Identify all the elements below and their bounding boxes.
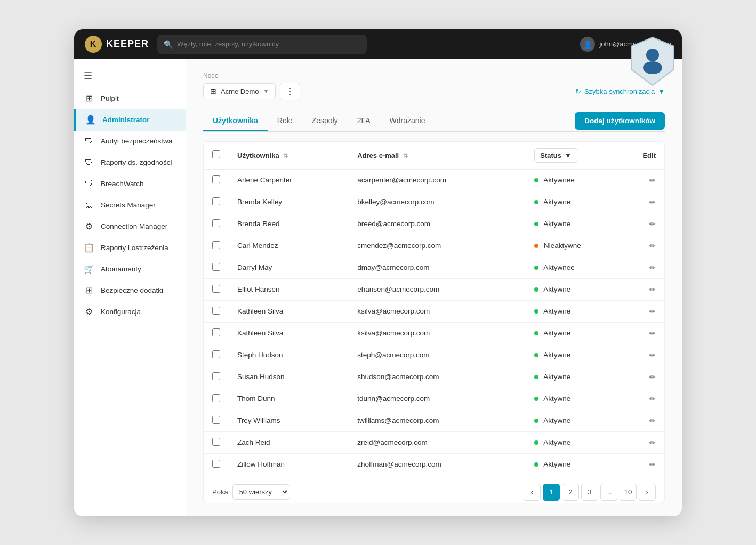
cell-status: Aktywne bbox=[526, 453, 632, 475]
sidebar-item-secrets[interactable]: 🗂 Secrets Manager bbox=[74, 195, 186, 216]
table-row: Thom Dunn tdunn@acmecorp.com Aktywne ✏ bbox=[204, 388, 664, 410]
edit-icon[interactable]: ✏ bbox=[649, 263, 656, 272]
tab-zespoly[interactable]: Zespoły bbox=[302, 111, 348, 131]
edit-icon[interactable]: ✏ bbox=[649, 176, 656, 185]
row-checkbox-13[interactable] bbox=[212, 460, 220, 468]
sidebar-item-label: Administrator bbox=[102, 116, 150, 124]
administrator-icon: 👤 bbox=[85, 115, 96, 125]
cell-email: steph@acmecorp.com bbox=[349, 344, 526, 366]
sidebar-item-bezpieczne[interactable]: ⊞ Bezpieczne dodatki bbox=[74, 280, 186, 301]
row-checkbox-3[interactable] bbox=[212, 241, 220, 249]
sort-email-icon[interactable]: ⇅ bbox=[403, 153, 408, 159]
cell-email: dmay@acmecorp.com bbox=[349, 257, 526, 278]
edit-icon[interactable]: ✏ bbox=[649, 416, 656, 425]
cell-name: Thom Dunn bbox=[229, 388, 349, 410]
sidebar-item-abonamenty[interactable]: 🛒 Abonamenty bbox=[74, 259, 186, 280]
tab-role[interactable]: Role bbox=[268, 111, 302, 131]
status-text: Aktywnee bbox=[543, 176, 575, 184]
node-dropdown[interactable]: ⊞ Acme Demo ▼ bbox=[203, 83, 276, 99]
pagination-page-1[interactable]: 1 bbox=[543, 484, 560, 501]
status-text: Aktywne bbox=[543, 307, 570, 315]
row-checkbox-0[interactable] bbox=[212, 175, 220, 183]
table-row: Elliot Hansen ehansen@acmecorp.com Aktyw… bbox=[204, 278, 664, 300]
sidebar-item-raporty-ostr[interactable]: 📋 Raporty i ostrzeżenia bbox=[74, 237, 186, 259]
edit-icon[interactable]: ✏ bbox=[649, 460, 656, 469]
sidebar-item-raporty-zgodnosci[interactable]: 🛡 Raporty ds. zgodności bbox=[74, 152, 186, 173]
cell-status: Aktywnee bbox=[526, 257, 632, 278]
cell-email: bkelley@acmecorp.com bbox=[349, 191, 526, 213]
pagination-page-2[interactable]: 2 bbox=[562, 484, 579, 501]
sidebar-item-breachwatch[interactable]: 🛡 BreachWatch bbox=[74, 173, 186, 195]
row-checkbox-7[interactable] bbox=[212, 328, 220, 336]
cell-status: Aktywne bbox=[526, 213, 632, 235]
row-checkbox-1[interactable] bbox=[212, 197, 220, 205]
reports-icon: 📋 bbox=[84, 243, 94, 253]
sidebar-item-administrator[interactable]: 👤 Administrator bbox=[74, 109, 186, 131]
edit-icon[interactable]: ✏ bbox=[649, 285, 656, 294]
status-dot-icon bbox=[534, 353, 538, 357]
tab-wdrazanie[interactable]: Wdrażanie bbox=[380, 111, 435, 131]
edit-icon[interactable]: ✏ bbox=[649, 351, 656, 359]
pagination-page-3[interactable]: 3 bbox=[581, 484, 598, 501]
edit-icon[interactable]: ✏ bbox=[649, 242, 656, 250]
edit-icon[interactable]: ✏ bbox=[649, 395, 656, 403]
table-row: Steph Hudson steph@acmecorp.com Aktywne … bbox=[204, 344, 664, 366]
cell-status: Aktywne bbox=[526, 191, 632, 213]
row-checkbox-5[interactable] bbox=[212, 285, 220, 293]
status-filter-button[interactable]: Status ▼ bbox=[534, 148, 577, 163]
edit-icon[interactable]: ✏ bbox=[649, 198, 656, 206]
row-checkbox-2[interactable] bbox=[212, 219, 220, 227]
status-text: Aktywne bbox=[543, 438, 570, 446]
pagination-page-...[interactable]: ... bbox=[600, 484, 617, 501]
search-input[interactable] bbox=[177, 40, 360, 48]
cell-status: Aktywne bbox=[526, 410, 632, 431]
sidebar-item-label: Pulpit bbox=[101, 94, 119, 102]
sidebar-item-label: BreachWatch bbox=[101, 180, 144, 188]
pagination-prev-button[interactable]: ‹ bbox=[524, 484, 541, 501]
status-text: Aktywne bbox=[543, 351, 570, 359]
tab-uzytkownika[interactable]: Użytkownika bbox=[203, 111, 268, 131]
sidebar-item-connection[interactable]: ⚙ Connection Manager bbox=[74, 216, 186, 237]
sync-chevron-icon: ▼ bbox=[658, 87, 665, 95]
cell-name: Zillow Hoffman bbox=[229, 453, 349, 475]
rows-per-page-select[interactable]: 50 wierszy 25 wierszy 100 wierszy bbox=[232, 484, 289, 500]
cell-status: Aktywne bbox=[526, 278, 632, 300]
col-email: Adres e-mail ⇅ bbox=[349, 142, 526, 170]
cell-status: Aktywne bbox=[526, 300, 632, 322]
cell-email: shudson@acmecorp.com bbox=[349, 366, 526, 388]
status-dot-icon bbox=[534, 222, 538, 226]
pagination-next-button[interactable]: › bbox=[639, 484, 656, 501]
add-users-button[interactable]: Dodaj użytkowników bbox=[575, 112, 665, 130]
row-checkbox-11[interactable] bbox=[212, 416, 220, 424]
sync-button[interactable]: ↻ Szybka synchronizacja ▼ bbox=[575, 87, 665, 95]
sidebar-item-konfiguracja[interactable]: ⚙ Konfiguracja bbox=[74, 301, 186, 323]
row-checkbox-8[interactable] bbox=[212, 350, 220, 358]
cell-name: Steph Hudson bbox=[229, 344, 349, 366]
select-all-checkbox[interactable] bbox=[212, 150, 220, 158]
sidebar-item-pulpit[interactable]: ⊞ Pulpit bbox=[74, 88, 186, 109]
rows-label: Poka bbox=[212, 488, 228, 496]
node-more-button[interactable]: ⋮ bbox=[280, 83, 300, 100]
sidebar-item-audyt[interactable]: 🛡 Audyt bezpieczeństwa bbox=[74, 131, 186, 152]
row-checkbox-12[interactable] bbox=[212, 438, 220, 446]
row-checkbox-10[interactable] bbox=[212, 394, 220, 402]
row-checkbox-9[interactable] bbox=[212, 372, 220, 380]
cell-name: Arlene Carpenter bbox=[229, 169, 349, 191]
edit-icon[interactable]: ✏ bbox=[649, 373, 656, 381]
hamburger-icon[interactable]: ☰ bbox=[74, 66, 186, 88]
status-dot-icon bbox=[534, 178, 538, 182]
row-checkbox-4[interactable] bbox=[212, 263, 220, 271]
status-dot-icon bbox=[534, 200, 538, 204]
pagination-page-10[interactable]: 10 bbox=[620, 484, 637, 501]
edit-icon[interactable]: ✏ bbox=[649, 438, 656, 447]
cell-name: Susan Hudson bbox=[229, 366, 349, 388]
edit-icon[interactable]: ✏ bbox=[649, 220, 656, 228]
tab-2fa[interactable]: 2FA bbox=[348, 111, 380, 131]
row-checkbox-6[interactable] bbox=[212, 307, 220, 315]
node-grid-icon: ⊞ bbox=[210, 87, 216, 95]
status-dot-icon bbox=[534, 462, 538, 467]
edit-icon[interactable]: ✏ bbox=[649, 307, 656, 316]
edit-icon[interactable]: ✏ bbox=[649, 329, 656, 338]
search-bar[interactable]: 🔍 bbox=[157, 35, 367, 54]
sort-name-icon[interactable]: ⇅ bbox=[283, 153, 288, 159]
